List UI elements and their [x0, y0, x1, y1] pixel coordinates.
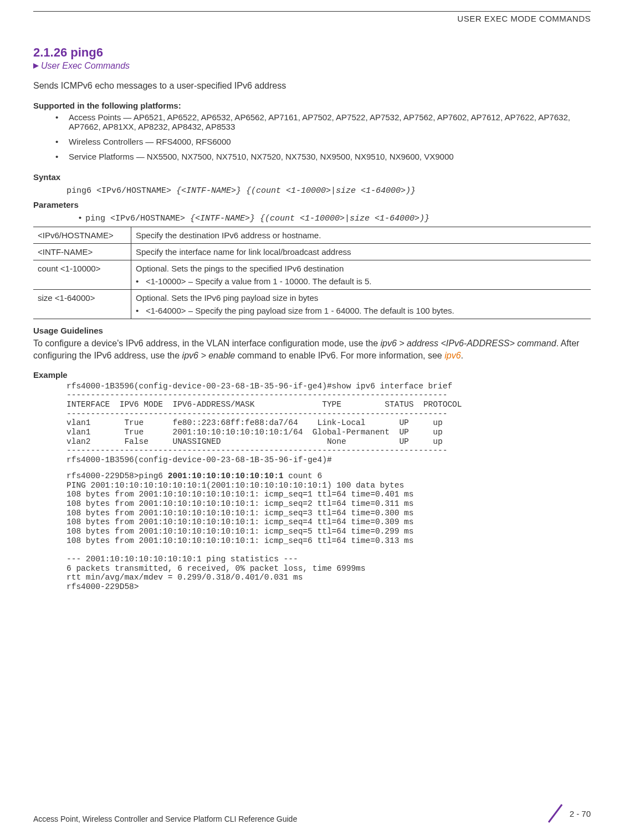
breadcrumb-label: User Exec Commands [41, 61, 130, 71]
example-block-1: rfs4000-1B3596(config-device-00-23-68-1B… [67, 382, 591, 465]
parameters-heading: Parameters [33, 200, 591, 209]
breadcrumb[interactable]: User Exec Commands [33, 61, 591, 71]
ipv6-link[interactable]: ipv6 [444, 351, 461, 360]
param-name: size <1-64000> [33, 290, 131, 319]
param-name: count <1-10000> [33, 260, 131, 290]
supported-heading: Supported in the following platforms: [33, 101, 591, 110]
param-name: <IPv6/HOSTNAME> [33, 227, 131, 244]
param-desc: Specify the interface name for link loca… [131, 244, 591, 260]
triangle-right-icon [33, 63, 39, 69]
svg-line-1 [549, 805, 562, 822]
parameters-table: <IPv6/HOSTNAME> Specify the destination … [33, 227, 591, 319]
svg-marker-0 [33, 63, 39, 69]
table-row: size <1-64000> Optional. Sets the IPv6 p… [33, 290, 591, 319]
list-item: •Service Platforms — NX5500, NX7500, NX7… [55, 152, 591, 161]
list-item: •Wireless Controllers — RFS4000, RFS6000 [55, 137, 591, 146]
param-desc: Optional. Sets the IPv6 ping payload siz… [131, 290, 591, 319]
example-block-2: rfs4000-229D58>ping6 2001:10:10:10:10:10… [67, 472, 591, 592]
table-row: <INTF-NAME> Specify the interface name f… [33, 244, 591, 260]
param-name: <INTF-NAME> [33, 244, 131, 260]
usage-heading: Usage Guidelines [33, 326, 591, 335]
footer-title: Access Point, Wireless Controller and Se… [33, 815, 297, 823]
header-rule [33, 11, 591, 12]
page-footer: Access Point, Wireless Controller and Se… [33, 792, 591, 840]
list-item: •Access Points — AP6521, AP6522, AP6532,… [55, 112, 591, 131]
section-title: 2.1.26 ping6 [33, 45, 591, 60]
table-row: count <1-10000> Optional. Sets the pings… [33, 260, 591, 290]
slash-icon [545, 803, 565, 823]
supported-list: •Access Points — AP6521, AP6522, AP6532,… [55, 112, 591, 167]
param-desc: Specify the destination IPv6 address or … [131, 227, 591, 244]
example-heading: Example [33, 370, 591, 380]
page-header: USER EXEC MODE COMMANDS [33, 14, 591, 23]
syntax-line: ping6 <IPv6/HOSTNAME> {<INTF-NAME>} {(co… [67, 186, 591, 196]
usage-text: To configure a device's IPv6 address, in… [33, 337, 591, 362]
footer-page: 2 - 70 [545, 803, 591, 823]
syntax-heading: Syntax [33, 172, 591, 182]
param-desc: Optional. Sets the pings to the specifie… [131, 260, 591, 290]
parameters-usage-line: •ping <IPv6/HOSTNAME> {<INTF-NAME>} {(co… [78, 214, 591, 223]
table-row: <IPv6/HOSTNAME> Specify the destination … [33, 227, 591, 244]
intro-text: Sends ICMPv6 echo messages to a user-spe… [33, 81, 591, 91]
